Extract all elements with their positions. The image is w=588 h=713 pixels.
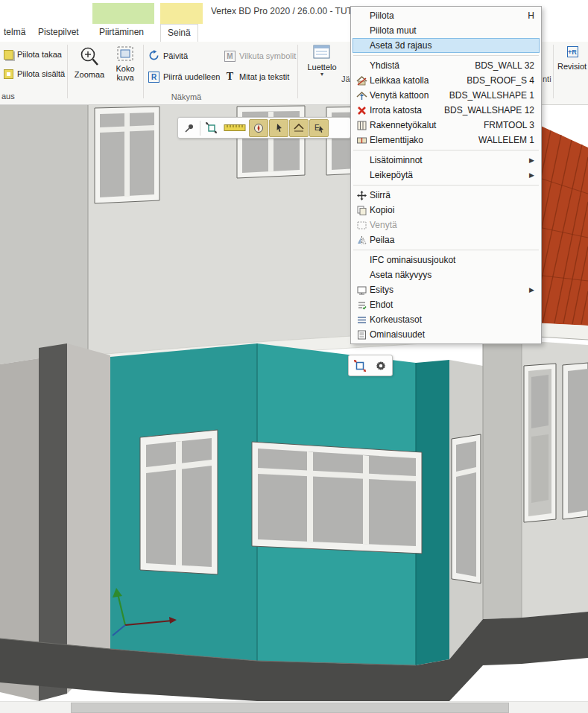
move-icon [353, 190, 370, 201]
horizontal-scrollbar[interactable] [0, 701, 588, 713]
menu-item-label: Peilaa [370, 235, 394, 245]
zoom-label: Zoomaa [70, 70, 109, 79]
list-icon [312, 54, 332, 63]
bay-left-window [140, 430, 218, 574]
roof-cut-icon [353, 75, 370, 86]
menu-item-irrota-katosta[interactable]: Irrota katostaBDS_WALLSHAPE 12 [353, 103, 540, 118]
view-toolbar: E [177, 117, 351, 139]
menu-item-shortcut: H [519, 10, 534, 21]
menu-item-elementtijako[interactable]: ElementtijakoWALLELEM 1 [353, 133, 540, 148]
menu-item-ehdot[interactable]: Ehdot [353, 297, 540, 312]
tab-pistepilvet[interactable]: Pistepilvet [31, 24, 86, 42]
ruler-button[interactable] [221, 119, 248, 137]
copy-icon [353, 205, 370, 216]
menu-item-label: Aseta 3d rajaus [370, 40, 431, 51]
contextual-tab-strip-yellow [160, 3, 203, 24]
hide-inside-button[interactable]: Piilota sisältä [1, 66, 67, 82]
frame-tool-icon [353, 120, 370, 131]
blink-symbols-label: Vilkuta symbolit [239, 51, 296, 60]
entry-door [524, 364, 556, 522]
menu-item-rakennety-kalut[interactable]: RakennetyökalutFRMTOOL 3 [353, 118, 540, 133]
menu-item-korkeustasot[interactable]: Korkeustasot [353, 312, 540, 327]
scrollbar-thumb[interactable] [71, 703, 509, 713]
list-dropdown-icon[interactable]: ▾ [301, 72, 343, 77]
zoom-icon [78, 61, 101, 70]
menu-item-label: Leikkaa katolla [370, 75, 429, 86]
refresh-button[interactable]: Päivitä [146, 48, 190, 64]
menu-item-ominaisuudet[interactable]: Ominaisuudet [353, 327, 540, 342]
menu-item-venyt[interactable]: Venytä [353, 218, 540, 232]
zoom-button[interactable]: Zoomaa [70, 45, 109, 79]
menu-item-label: Ehdot [370, 300, 393, 310]
menu-item-label: IFC ominaisuusjoukot [370, 255, 455, 265]
menu-item-label: Korkeustasot [370, 314, 422, 325]
fit-view-button[interactable]: Koko kuva [110, 45, 141, 82]
upper-window-1 [95, 107, 159, 203]
blink-symbols-button[interactable]: M Vilkuta symbolit [222, 48, 298, 64]
menu-item-venyt-kattoon[interactable]: Venytä kattoonBDS_WALLSHAPE 1 [353, 88, 540, 103]
toolbar-separator [200, 121, 200, 136]
menu-item-label: Irrota katosta [370, 105, 422, 115]
tab-seina[interactable]: Seinä [160, 24, 198, 42]
menu-item-aseta-n-kyvyys[interactable]: Aseta näkyvyys [353, 267, 540, 282]
roof-tool-button[interactable] [289, 119, 309, 137]
dims-texts-button[interactable]: T Mitat ja tekstit [222, 69, 291, 85]
menu-item-piilota-muut[interactable]: Piilota muut [353, 23, 540, 38]
hide-inside-icon [4, 69, 13, 79]
detach-x-icon [353, 105, 370, 116]
menu-item-lis-toiminnot[interactable]: Lisätoiminnot▶ [353, 153, 540, 168]
properties-icon [353, 329, 370, 340]
menu-item-leikep-yt[interactable]: Leikepöytä▶ [353, 168, 540, 183]
menu-item-yhdist[interactable]: YhdistäBDS_WALL 32 [353, 58, 540, 73]
menu-item-shortcut: BDS_WALL 32 [466, 60, 534, 71]
menu-separator [353, 150, 539, 150]
context-menu: PiilotaHPiilota muutAseta 3d rajausYhdis… [350, 6, 542, 344]
menu-item-ifc-ominaisuusjoukot[interactable]: IFC ominaisuusjoukot [353, 253, 540, 267]
revisions-icon: +R [567, 46, 578, 57]
hide-behind-button[interactable]: Piilota takaa [1, 46, 64, 63]
app-title: Vertex BD Pro 2020 / 26.0.00 - TUTO [211, 6, 350, 16]
menu-item-label: Rakennetyökalut [370, 120, 436, 130]
menu-item-shortcut: BDS_WALLSHAPE 1 [440, 90, 534, 101]
dims-texts-label: Mitat ja tekstit [239, 72, 289, 81]
hide-behind-label: Piilota takaa [17, 50, 62, 59]
menu-item-label: Piilota [370, 10, 394, 21]
refresh-icon [148, 50, 159, 63]
redraw-icon: R [148, 72, 159, 83]
menu-item-label: Elementtijako [370, 135, 423, 145]
revisions-button[interactable]: +R Revisiot [556, 46, 588, 71]
menu-item-aseta-3d-rajaus[interactable]: Aseta 3d rajaus [353, 38, 540, 53]
element-split-icon [353, 135, 370, 146]
menu-separator [353, 250, 539, 250]
element-tool-button[interactable]: E [309, 119, 329, 137]
menu-item-esitys[interactable]: Esitys▶ [353, 282, 540, 297]
frame-resize-button[interactable] [201, 119, 221, 137]
cursor-button[interactable] [269, 119, 288, 137]
pin-button[interactable] [180, 119, 199, 137]
move-frame-button[interactable] [350, 357, 370, 375]
list-button[interactable]: Luettelo ▾ [301, 43, 343, 77]
redraw-label: Piirrä uudelleen [163, 72, 220, 81]
refresh-label: Päivitä [163, 51, 188, 60]
conditions-icon [353, 300, 370, 311]
tab-jarjestelma[interactable]: telmä [0, 24, 32, 42]
presentation-icon [353, 285, 370, 296]
fit-view-label: Koko kuva [110, 64, 141, 82]
menu-item-siirr[interactable]: Siirrä [353, 188, 540, 203]
view-group-label: Näkymä [153, 92, 220, 101]
menu-item-kopioi[interactable]: Kopioi [353, 203, 540, 218]
gear-button[interactable] [371, 357, 391, 375]
menu-item-piilota[interactable]: PiilotaH [353, 8, 540, 23]
redraw-button[interactable]: R Piirrä uudelleen [146, 69, 222, 85]
menu-item-leikkaa-katolla[interactable]: Leikkaa katollaBDS_ROOF_S 4 [353, 73, 540, 88]
compass-button[interactable] [249, 119, 268, 137]
menu-item-label: Lisätoiminnot [370, 155, 423, 165]
tab-piirtaminen[interactable]: Piirtäminen [92, 24, 151, 42]
levels-icon [353, 314, 370, 326]
right-label-fragment: nti [543, 75, 551, 83]
menu-item-label: Ominaisuudet [370, 329, 425, 340]
menu-item-label: Esitys [370, 285, 393, 295]
menu-item-peilaa[interactable]: Peilaa [353, 232, 540, 247]
menu-separator [353, 185, 539, 186]
app-window: Vertex BD Pro 2020 / 26.0.00 - TUTO telm… [0, 0, 588, 713]
